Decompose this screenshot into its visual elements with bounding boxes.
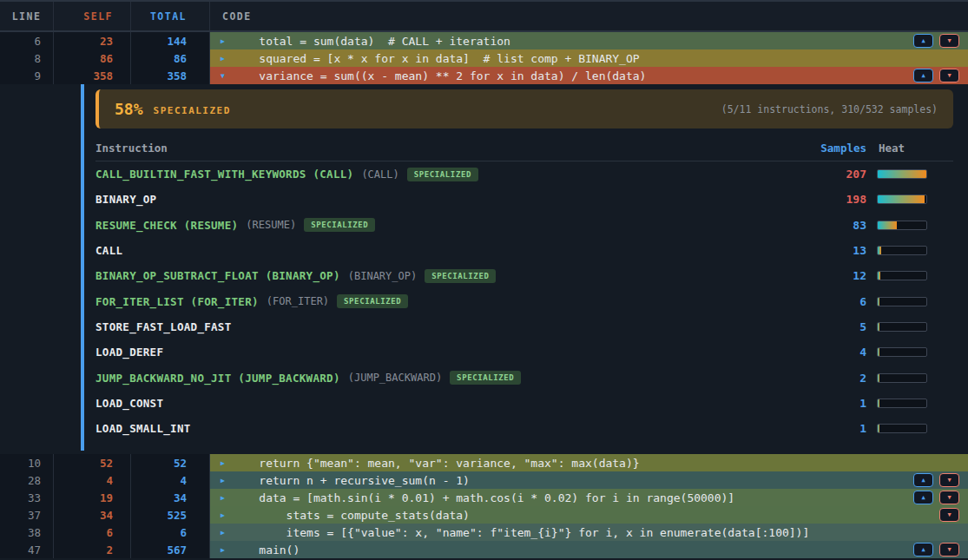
code-rows-top: 623144▶ total = sum(data) # CALL + itera…: [0, 32, 968, 84]
column-header-samples[interactable]: Samples: [809, 142, 866, 155]
jump-down-button[interactable]: ▼: [939, 543, 959, 557]
code-cell[interactable]: ▶ items = [{"value": x, "name": f"item_{…: [210, 524, 968, 541]
heat-bar-fill: [878, 374, 879, 382]
row-nav-buttons: ▲▼: [913, 491, 959, 504]
self-time-cell: 52: [54, 454, 131, 471]
code-cell[interactable]: ▶ squared = [x * x for x in data] # list…: [210, 49, 968, 67]
jump-down-button[interactable]: ▼: [939, 34, 959, 48]
instruction-row: JUMP_BACKWARD_NO_JIT (JUMP_BACKWARD)(JUM…: [95, 365, 953, 390]
samples-value: 1: [809, 397, 866, 410]
instruction-name: LOAD_CONST: [95, 397, 163, 410]
row-nav-buttons: ▲▼: [913, 69, 959, 82]
heat-bar: [877, 399, 927, 408]
heat-bar: [877, 194, 927, 204]
samples-value: 83: [809, 219, 866, 232]
heat-bar: [877, 373, 927, 383]
specialized-badge: SPECIALIZED: [450, 371, 521, 385]
jump-up-button[interactable]: ▲: [913, 543, 933, 557]
jump-down-button[interactable]: ▼: [939, 473, 959, 487]
code-row: 2844▶ return n + recursive_sum(n - 1)▲▼: [0, 471, 968, 489]
code-row: 623144▶ total = sum(data) # CALL + itera…: [0, 32, 968, 49]
jump-down-button[interactable]: ▼: [939, 69, 959, 82]
instruction-base-name: (RESUME): [246, 219, 296, 231]
samples-value: 5: [809, 320, 866, 333]
heat-bar-fill: [878, 399, 879, 407]
code-cell[interactable]: ▼ variance = sum((x - mean) ** 2 for x i…: [210, 67, 968, 84]
instruction-name-group: LOAD_CONST: [95, 397, 809, 410]
instruction-name-group: JUMP_BACKWARD_NO_JIT (JUMP_BACKWARD)(JUM…: [95, 371, 809, 385]
heat-bar-fill: [878, 348, 879, 356]
column-header-line: LINE: [0, 2, 54, 30]
jump-up-button[interactable]: ▲: [913, 491, 933, 504]
code-cell[interactable]: ▶ total = sum(data) # CALL + iteration▲▼: [210, 32, 968, 49]
expand-toggle-icon[interactable]: ▶: [221, 494, 230, 502]
down-arrow-icon: ▼: [947, 37, 951, 44]
expand-toggle-icon[interactable]: ▶: [221, 55, 230, 63]
collapse-toggle-icon[interactable]: ▼: [221, 72, 230, 80]
expand-toggle-icon[interactable]: ▶: [221, 529, 230, 537]
code-cell[interactable]: ▶ return {"mean": mean, "var": variance,…: [210, 454, 968, 471]
instruction-row: LOAD_DEREF4: [95, 339, 953, 365]
heat-bar: [877, 322, 927, 332]
jump-down-button[interactable]: ▼: [939, 491, 959, 504]
instruction-name-group: FOR_ITER_LIST (FOR_ITER)(FOR_ITER)SPECIA…: [95, 294, 809, 308]
expand-toggle-icon[interactable]: ▶: [221, 459, 230, 467]
instruction-name-group: BINARY_OP: [95, 193, 809, 206]
code-text: data = [math.sin(i * 0.01) + math.cos(i …: [232, 491, 734, 504]
code-text: return {"mean": mean, "var": variance, "…: [232, 457, 640, 470]
jump-up-button[interactable]: ▲: [913, 69, 933, 82]
instruction-row: LOAD_SMALL_INT1: [95, 416, 953, 441]
row-nav-buttons: ▼: [939, 508, 959, 522]
instruction-name-group: RESUME_CHECK (RESUME)(RESUME)SPECIALIZED: [95, 218, 809, 232]
instruction-name-group: CALL_BUILTIN_FAST_WITH_KEYWORDS (CALL)(C…: [95, 168, 809, 181]
instruction-name-group: LOAD_DEREF: [95, 346, 809, 359]
down-arrow-icon: ▼: [947, 72, 951, 79]
up-arrow-icon: ▲: [921, 477, 925, 484]
instruction-name-group: LOAD_SMALL_INT: [95, 422, 809, 435]
code-row: 9358358▼ variance = sum((x - mean) ** 2 …: [0, 67, 968, 84]
code-text: total = sum(data) # CALL + iteration: [232, 35, 510, 48]
instruction-row: FOR_ITER_LIST (FOR_ITER)(FOR_ITER)SPECIA…: [95, 288, 953, 313]
self-time-cell: 34: [54, 506, 131, 524]
specialized-badge: SPECIALIZED: [304, 218, 375, 232]
instruction-table-header: Instruction Samples Heat: [95, 135, 953, 161]
jump-up-button[interactable]: ▲: [913, 473, 933, 487]
code-row: 105252▶ return {"mean": mean, "var": var…: [0, 454, 968, 471]
heat-bar-fill: [878, 323, 879, 331]
specialized-badge: SPECIALIZED: [337, 294, 408, 308]
expand-toggle-icon[interactable]: ▶: [221, 546, 230, 554]
heat-bar: [877, 169, 927, 179]
line-number-cell: 37: [0, 506, 54, 524]
specialization-stats: (5/11 instructions, 310/532 samples): [721, 103, 938, 115]
expand-toggle-icon[interactable]: ▶: [221, 37, 230, 45]
heat-bar: [877, 221, 927, 230]
instruction-base-name: (CALL): [361, 168, 398, 181]
code-cell[interactable]: ▶ stats = compute_stats(data)▼: [210, 506, 968, 524]
panel-connector-line: [81, 84, 84, 451]
self-time-cell: 2: [54, 541, 131, 558]
heat-bar-fill: [878, 425, 879, 432]
instruction-row: STORE_FAST_LOAD_FAST5: [95, 314, 953, 339]
row-nav-buttons: ▲▼: [913, 543, 959, 557]
self-time-cell: 86: [54, 49, 131, 67]
down-arrow-icon: ▼: [947, 477, 951, 484]
instruction-name: RESUME_CHECK (RESUME): [95, 219, 238, 232]
code-cell[interactable]: ▶ main()▲▼: [210, 541, 968, 558]
instruction-name: STORE_FAST_LOAD_FAST: [95, 320, 232, 333]
total-time-cell: 144: [131, 32, 210, 49]
code-text: items = [{"value": x, "name": f"item_{i}…: [232, 526, 809, 539]
expand-toggle-icon[interactable]: ▶: [221, 477, 230, 484]
jump-down-button[interactable]: ▼: [939, 508, 959, 522]
code-rows-bottom: 105252▶ return {"mean": mean, "var": var…: [0, 454, 968, 558]
code-cell[interactable]: ▶ data = [math.sin(i * 0.01) + math.cos(…: [210, 489, 968, 506]
heat-bar: [877, 424, 927, 433]
samples-value: 2: [809, 372, 866, 385]
instruction-rows: CALL_BUILTIN_FAST_WITH_KEYWORDS (CALL)(C…: [95, 161, 953, 441]
line-number-cell: 6: [0, 32, 54, 49]
jump-up-button[interactable]: ▲: [913, 34, 933, 48]
heat-bar: [877, 246, 927, 255]
instruction-name: LOAD_SMALL_INT: [95, 422, 191, 435]
expand-toggle-icon[interactable]: ▶: [221, 511, 230, 519]
specialization-percent: 58%: [115, 100, 143, 118]
code-cell[interactable]: ▶ return n + recursive_sum(n - 1)▲▼: [210, 471, 968, 489]
